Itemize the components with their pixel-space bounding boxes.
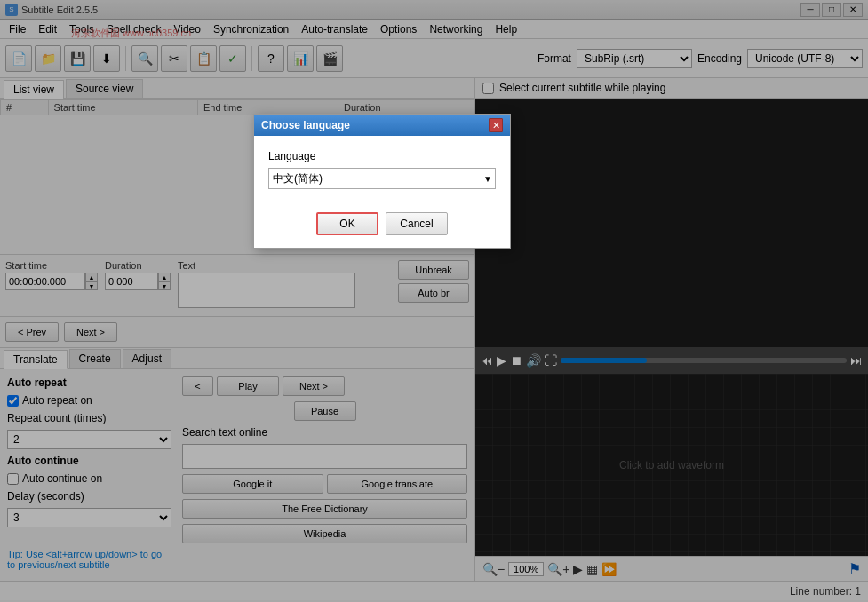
modal-close-button[interactable]: ✕: [489, 118, 503, 132]
modal-title: Choose language: [261, 119, 350, 131]
modal-cancel-button[interactable]: Cancel: [386, 212, 448, 235]
modal-ok-button[interactable]: OK: [316, 212, 378, 235]
modal-overlay: Choose language ✕ Language 中文(简体) Englis…: [0, 0, 868, 602]
modal-buttons: OK Cancel: [254, 203, 510, 248]
language-label: Language: [268, 150, 496, 162]
language-select[interactable]: 中文(简体) English Spanish French German Jap…: [268, 168, 496, 189]
modal-dialog: Choose language ✕ Language 中文(简体) Englis…: [253, 114, 511, 249]
modal-body: Language 中文(简体) English Spanish French G…: [254, 136, 510, 203]
language-select-wrapper: 中文(简体) English Spanish French German Jap…: [268, 168, 496, 189]
modal-title-bar: Choose language ✕: [254, 115, 510, 136]
